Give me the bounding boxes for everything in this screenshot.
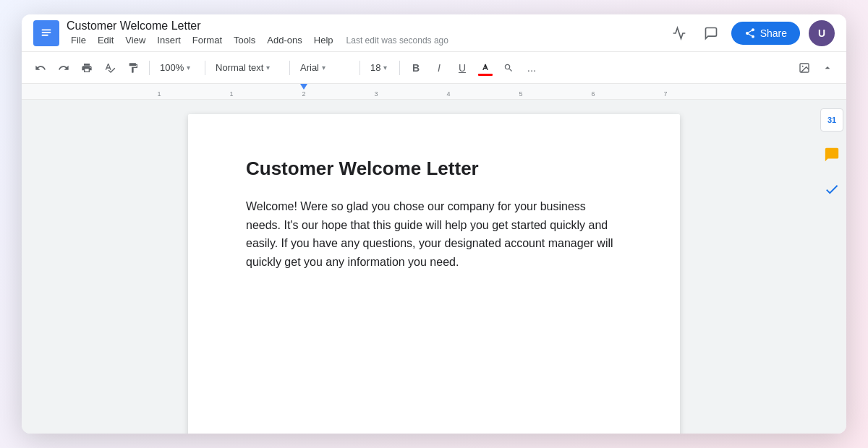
separator-4 [359,61,360,75]
ruler-tab-marker[interactable] [300,84,307,90]
font-selector[interactable]: Arial ▾ [296,61,354,74]
paintformat-button[interactable] [123,58,143,78]
ruler-mark-1: 1 [157,90,161,98]
menu-insert[interactable]: Insert [153,33,185,47]
menu-file[interactable]: File [67,33,90,47]
svg-rect-1 [42,29,51,30]
menu-edit[interactable]: Edit [93,33,118,47]
titlebar-actions: Share U [668,20,835,46]
ruler-mark-4: 3 [374,90,378,98]
more-options-button[interactable]: ... [522,58,542,78]
share-button[interactable]: Share [731,22,800,45]
separator-3 [289,61,290,75]
collapse-button[interactable] [817,58,838,78]
redo-button[interactable] [54,58,74,78]
notes-icon[interactable] [820,143,843,166]
zoom-value: 100% [160,62,184,73]
svg-point-5 [802,65,804,66]
user-avatar[interactable]: U [809,20,835,46]
menu-view[interactable]: View [121,33,150,47]
ruler-mark-6: 5 [519,90,522,98]
share-label: Share [760,27,787,39]
document-title: Customer Welcome Letter [67,19,660,34]
menu-format[interactable]: Format [188,33,226,47]
font-size-value: 18 [370,62,380,73]
font-arrow: ▾ [322,64,326,72]
bold-button[interactable]: B [406,58,426,78]
highlight-button[interactable] [498,58,519,78]
ruler-mark-3: 2 [302,90,305,98]
tasks-icon[interactable] [820,178,843,201]
separator-5 [399,61,400,75]
titlebar: Customer Welcome Letter File Edit View I… [22,14,846,52]
separator-1 [149,61,150,75]
title-info: Customer Welcome Letter File Edit View I… [67,19,660,48]
image-options-button[interactable] [794,58,814,78]
font-color-button[interactable] [475,58,495,78]
style-value: Normal text [216,62,263,73]
right-sidebar: 31 [817,100,846,434]
ruler-mark-2: 1 [229,90,233,98]
zoom-arrow: ▾ [187,64,190,72]
svg-rect-3 [42,34,48,35]
font-size-selector[interactable]: 18 ▾ [366,61,393,74]
font-color-indicator [478,74,493,76]
document-body[interactable]: Welcome! Were so glad you chose our comp… [246,197,622,271]
undo-button[interactable] [30,58,51,78]
spellcheck-button[interactable] [100,58,120,78]
content-area: Customer Welcome Letter Welcome! Were so… [22,100,846,434]
ruler-mark-8: 7 [663,90,667,98]
zoom-selector[interactable]: 100% ▾ [156,61,199,74]
menu-bar: File Edit View Insert Format Tools Add-o… [67,33,660,47]
underline-button[interactable]: U [452,58,472,78]
analytics-icon[interactable] [668,22,691,45]
print-button[interactable] [77,58,97,78]
svg-rect-2 [42,32,51,33]
calendar-icon[interactable]: 31 [820,108,843,132]
last-edit-label: Last edit was seconds ago [346,35,448,46]
paragraph-style-selector[interactable]: Normal text ▾ [211,61,284,74]
app-icon [33,20,59,46]
ruler-mark-5: 4 [446,90,450,98]
italic-button[interactable]: I [429,58,449,78]
style-arrow: ▾ [266,64,270,72]
ruler-mark-7: 6 [591,90,595,98]
document-heading: Customer Welcome Letter [246,158,622,180]
separator-2 [205,61,205,75]
font-value: Arial [300,62,319,73]
app-window: Customer Welcome Letter File Edit View I… [22,14,846,434]
menu-tools[interactable]: Tools [229,33,260,47]
menu-help[interactable]: Help [310,33,338,47]
comments-icon[interactable] [699,22,723,45]
ruler-inner: 1 1 2 3 4 5 6 7 [152,84,846,99]
document-page[interactable]: Customer Welcome Letter Welcome! Were so… [188,114,680,434]
menu-addons[interactable]: Add-ons [263,33,306,47]
ruler: 1 1 2 3 4 5 6 7 [22,84,846,100]
toolbar: 100% ▾ Normal text ▾ Arial ▾ 18 ▾ B I U [22,52,846,84]
font-size-arrow: ▾ [383,64,387,72]
